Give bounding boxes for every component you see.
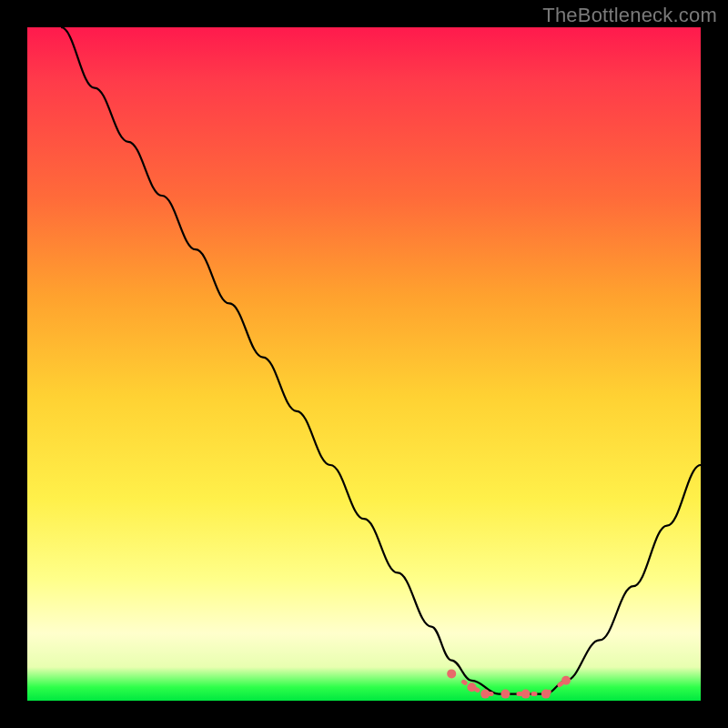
bottom-dot — [447, 669, 456, 678]
bottom-dot — [521, 690, 531, 699]
bottleneck-curve — [27, 27, 701, 701]
bottom-dot — [541, 690, 551, 699]
plot-area — [27, 27, 701, 701]
bottom-dot — [467, 682, 476, 692]
chart-frame: TheBottleneck.com — [0, 0, 728, 728]
bottom-dot — [561, 676, 571, 685]
bottom-dot — [480, 690, 490, 699]
bottom-dot — [500, 690, 510, 699]
curve-path — [61, 27, 701, 694]
watermark-text: TheBottleneck.com — [542, 4, 717, 27]
